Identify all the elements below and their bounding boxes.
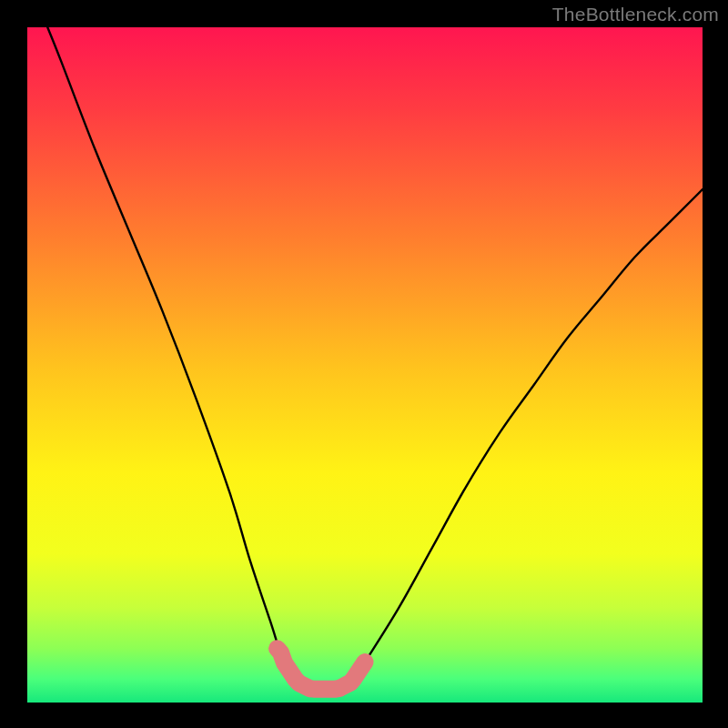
chart-frame: TheBottleneck.com [0, 0, 728, 728]
bottleneck-chart [0, 0, 728, 728]
plot-background [27, 27, 703, 703]
attribution-watermark: TheBottleneck.com [552, 4, 719, 25]
